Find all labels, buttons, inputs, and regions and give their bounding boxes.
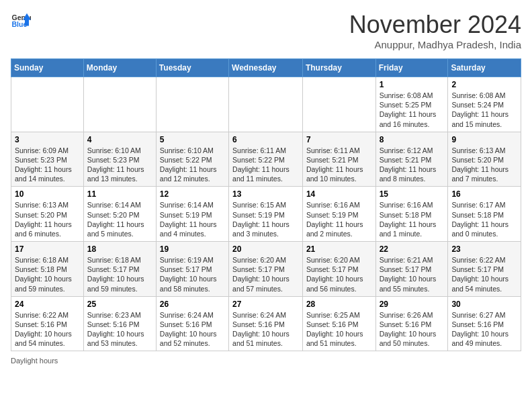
- calendar-cell: 5Sunrise: 6:10 AM Sunset: 5:22 PM Daylig…: [156, 132, 228, 187]
- day-number: 11: [87, 189, 152, 199]
- weekday-header-cell: Wednesday: [229, 59, 303, 77]
- calendar-cell: 18Sunrise: 6:18 AM Sunset: 5:17 PM Dayli…: [83, 242, 156, 297]
- calendar-cell: [83, 77, 156, 132]
- calendar-cell: 1Sunrise: 6:08 AM Sunset: 5:25 PM Daylig…: [375, 77, 448, 132]
- day-info: Sunrise: 6:18 AM Sunset: 5:17 PM Dayligh…: [87, 255, 152, 293]
- calendar-cell: 20Sunrise: 6:20 AM Sunset: 5:17 PM Dayli…: [229, 242, 303, 297]
- calendar-cell: [229, 77, 303, 132]
- title-block: November 2024 Anuppur, Madhya Pradesh, I…: [349, 11, 521, 50]
- day-info: Sunrise: 6:27 AM Sunset: 5:16 PM Dayligh…: [451, 310, 517, 349]
- day-number: 2: [451, 80, 517, 89]
- day-info: Sunrise: 6:08 AM Sunset: 5:24 PM Dayligh…: [451, 91, 517, 129]
- calendar-cell: 11Sunrise: 6:14 AM Sunset: 5:20 PM Dayli…: [83, 187, 156, 242]
- day-info: Sunrise: 6:19 AM Sunset: 5:17 PM Dayligh…: [160, 255, 225, 293]
- day-number: 8: [380, 135, 445, 144]
- day-info: Sunrise: 6:23 AM Sunset: 5:16 PM Dayligh…: [87, 310, 152, 349]
- day-number: 27: [232, 300, 299, 309]
- day-number: 25: [87, 300, 152, 309]
- day-info: Sunrise: 6:20 AM Sunset: 5:17 PM Dayligh…: [232, 255, 299, 293]
- day-info: Sunrise: 6:20 AM Sunset: 5:17 PM Dayligh…: [306, 255, 372, 293]
- calendar-cell: 23Sunrise: 6:22 AM Sunset: 5:17 PM Dayli…: [448, 242, 521, 297]
- svg-text:Blue: Blue: [12, 20, 28, 28]
- day-number: 4: [87, 135, 152, 144]
- calendar-week-row: 1Sunrise: 6:08 AM Sunset: 5:25 PM Daylig…: [11, 77, 521, 132]
- day-number: 29: [380, 300, 445, 309]
- day-info: Sunrise: 6:24 AM Sunset: 5:16 PM Dayligh…: [160, 310, 225, 349]
- calendar-body: 1Sunrise: 6:08 AM Sunset: 5:25 PM Daylig…: [11, 77, 521, 351]
- calendar-cell: 14Sunrise: 6:16 AM Sunset: 5:19 PM Dayli…: [302, 187, 375, 242]
- calendar-cell: 4Sunrise: 6:10 AM Sunset: 5:23 PM Daylig…: [83, 132, 156, 187]
- day-number: 26: [160, 300, 225, 309]
- calendar-cell: 15Sunrise: 6:16 AM Sunset: 5:18 PM Dayli…: [375, 187, 448, 242]
- day-info: Sunrise: 6:18 AM Sunset: 5:18 PM Dayligh…: [15, 255, 80, 293]
- calendar-week-row: 10Sunrise: 6:13 AM Sunset: 5:20 PM Dayli…: [11, 187, 521, 242]
- calendar-cell: 30Sunrise: 6:27 AM Sunset: 5:16 PM Dayli…: [448, 296, 521, 351]
- day-number: 21: [306, 244, 372, 254]
- day-info: Sunrise: 6:09 AM Sunset: 5:23 PM Dayligh…: [15, 146, 80, 184]
- calendar-cell: 7Sunrise: 6:11 AM Sunset: 5:21 PM Daylig…: [302, 132, 375, 187]
- calendar-cell: [156, 77, 228, 132]
- calendar-cell: 29Sunrise: 6:26 AM Sunset: 5:16 PM Dayli…: [375, 296, 448, 351]
- weekday-header-row: SundayMondayTuesdayWednesdayThursdayFrid…: [11, 59, 521, 77]
- calendar-cell: 21Sunrise: 6:20 AM Sunset: 5:17 PM Dayli…: [302, 242, 375, 297]
- calendar-cell: 19Sunrise: 6:19 AM Sunset: 5:17 PM Dayli…: [156, 242, 228, 297]
- day-info: Sunrise: 6:14 AM Sunset: 5:20 PM Dayligh…: [87, 200, 152, 238]
- day-number: 14: [306, 189, 372, 199]
- day-number: 6: [232, 135, 299, 144]
- day-number: 20: [232, 244, 299, 254]
- day-number: 1: [380, 80, 445, 89]
- day-info: Sunrise: 6:26 AM Sunset: 5:16 PM Dayligh…: [380, 310, 445, 349]
- day-info: Sunrise: 6:24 AM Sunset: 5:16 PM Dayligh…: [232, 310, 299, 349]
- weekday-header-cell: Friday: [375, 59, 448, 77]
- day-info: Sunrise: 6:22 AM Sunset: 5:16 PM Dayligh…: [15, 310, 80, 349]
- weekday-header-cell: Saturday: [448, 59, 521, 77]
- day-number: 9: [451, 135, 517, 144]
- weekday-header-cell: Tuesday: [156, 59, 228, 77]
- day-info: Sunrise: 6:21 AM Sunset: 5:17 PM Dayligh…: [380, 255, 445, 293]
- day-number: 13: [232, 189, 299, 199]
- calendar-cell: 22Sunrise: 6:21 AM Sunset: 5:17 PM Dayli…: [375, 242, 448, 297]
- calendar-cell: 26Sunrise: 6:24 AM Sunset: 5:16 PM Dayli…: [156, 296, 228, 351]
- day-number: 15: [380, 189, 445, 199]
- day-number: 18: [87, 244, 152, 254]
- logo-icon: General Blue: [11, 11, 31, 31]
- day-number: 24: [15, 300, 80, 309]
- day-number: 28: [306, 300, 372, 309]
- day-number: 22: [380, 244, 445, 254]
- location: Anuppur, Madhya Pradesh, India: [349, 39, 521, 50]
- day-number: 7: [306, 135, 372, 144]
- calendar-cell: 28Sunrise: 6:25 AM Sunset: 5:16 PM Dayli…: [302, 296, 375, 351]
- day-info: Sunrise: 6:12 AM Sunset: 5:21 PM Dayligh…: [380, 146, 445, 184]
- day-info: Sunrise: 6:17 AM Sunset: 5:18 PM Dayligh…: [451, 200, 517, 238]
- logo: General Blue: [11, 11, 31, 31]
- day-number: 16: [451, 189, 517, 199]
- calendar-cell: 12Sunrise: 6:14 AM Sunset: 5:19 PM Dayli…: [156, 187, 228, 242]
- calendar-cell: 17Sunrise: 6:18 AM Sunset: 5:18 PM Dayli…: [11, 242, 84, 297]
- weekday-header-cell: Sunday: [11, 59, 84, 77]
- calendar-cell: 13Sunrise: 6:15 AM Sunset: 5:19 PM Dayli…: [229, 187, 303, 242]
- day-number: 5: [160, 135, 225, 144]
- day-info: Sunrise: 6:15 AM Sunset: 5:19 PM Dayligh…: [232, 200, 299, 238]
- day-info: Sunrise: 6:14 AM Sunset: 5:19 PM Dayligh…: [160, 200, 225, 238]
- day-info: Sunrise: 6:25 AM Sunset: 5:16 PM Dayligh…: [306, 310, 372, 349]
- footer-note: Daylight hours: [11, 357, 521, 365]
- day-info: Sunrise: 6:22 AM Sunset: 5:17 PM Dayligh…: [451, 255, 517, 293]
- calendar-cell: 16Sunrise: 6:17 AM Sunset: 5:18 PM Dayli…: [448, 187, 521, 242]
- calendar-week-row: 24Sunrise: 6:22 AM Sunset: 5:16 PM Dayli…: [11, 296, 521, 351]
- day-number: 19: [160, 244, 225, 254]
- calendar-cell: [302, 77, 375, 132]
- day-info: Sunrise: 6:08 AM Sunset: 5:25 PM Dayligh…: [380, 91, 445, 129]
- calendar-table: SundayMondayTuesdayWednesdayThursdayFrid…: [11, 58, 521, 351]
- day-number: 23: [451, 244, 517, 254]
- calendar-cell: 27Sunrise: 6:24 AM Sunset: 5:16 PM Dayli…: [229, 296, 303, 351]
- calendar-cell: 8Sunrise: 6:12 AM Sunset: 5:21 PM Daylig…: [375, 132, 448, 187]
- weekday-header-cell: Thursday: [302, 59, 375, 77]
- calendar-cell: 6Sunrise: 6:11 AM Sunset: 5:22 PM Daylig…: [229, 132, 303, 187]
- day-number: 30: [451, 300, 517, 309]
- day-info: Sunrise: 6:16 AM Sunset: 5:18 PM Dayligh…: [380, 200, 445, 238]
- calendar-cell: 9Sunrise: 6:13 AM Sunset: 5:20 PM Daylig…: [448, 132, 521, 187]
- calendar-cell: [11, 77, 84, 132]
- calendar-week-row: 3Sunrise: 6:09 AM Sunset: 5:23 PM Daylig…: [11, 132, 521, 187]
- month-title: November 2024: [349, 11, 521, 39]
- day-info: Sunrise: 6:11 AM Sunset: 5:21 PM Dayligh…: [306, 146, 372, 184]
